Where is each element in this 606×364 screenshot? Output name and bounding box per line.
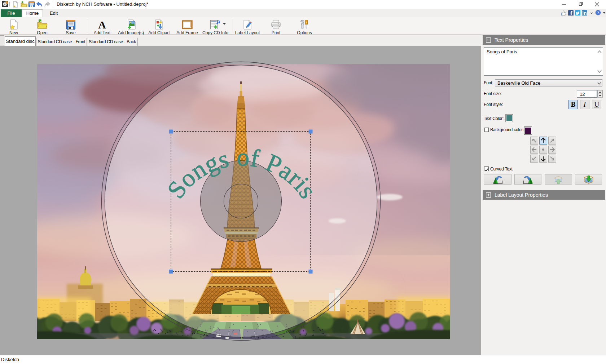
svg-text:A: A	[98, 19, 106, 30]
svg-text:?: ?	[597, 10, 599, 15]
